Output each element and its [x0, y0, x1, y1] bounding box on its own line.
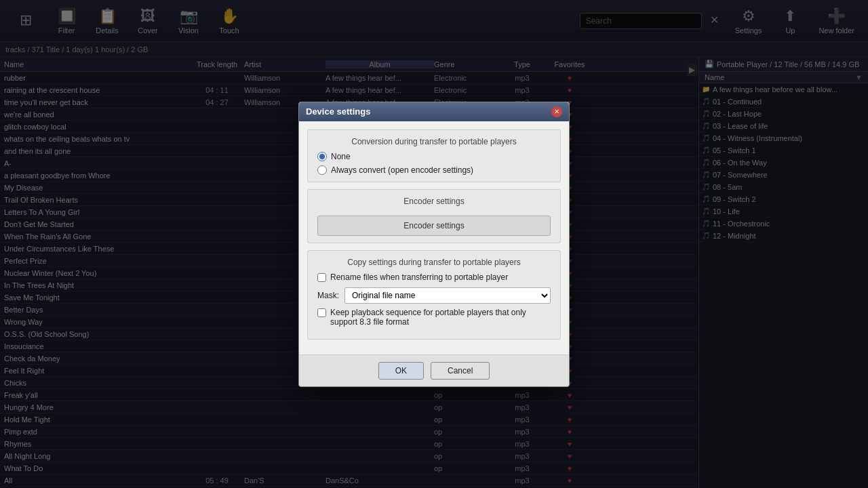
keep-checkbox-item: Keep playback sequence for portable play… [317, 308, 551, 327]
encoder-settings-button[interactable]: Encoder settings [317, 216, 551, 236]
mask-label: Mask: [317, 291, 339, 300]
modal-overlay: Device settings ✕ Conversion during tran… [0, 0, 868, 488]
encoder-section: Encoder settings Encoder settings [307, 189, 561, 243]
keep-checkbox[interactable] [317, 308, 326, 317]
copy-section-title: Copy settings during transfer to portabl… [317, 258, 551, 267]
dialog-titlebar: Device settings ✕ [299, 102, 569, 121]
radio-always-label[interactable]: Always convert (open encoder settings) [317, 165, 551, 175]
dialog-body: Conversion during transfer to portable p… [299, 121, 569, 354]
mask-select[interactable]: Original file name [344, 287, 551, 304]
keep-label: Keep playback sequence for portable play… [330, 308, 551, 327]
mask-row: Mask: Original file name [317, 287, 551, 304]
radio-none-input[interactable] [317, 152, 327, 161]
conversion-section-title: Conversion during transfer to portable p… [317, 137, 551, 146]
ok-button[interactable]: OK [378, 362, 424, 380]
dialog-title: Device settings [306, 106, 370, 117]
radio-always-text: Always convert (open encoder settings) [331, 165, 473, 175]
dialog-close-button[interactable]: ✕ [551, 106, 562, 117]
dialog-footer: OK Cancel [299, 354, 569, 386]
conversion-radio-group: None Always convert (open encoder settin… [317, 152, 551, 175]
device-settings-dialog: Device settings ✕ Conversion during tran… [298, 102, 570, 387]
rename-label: Rename files when transferring to portab… [330, 272, 508, 282]
rename-checkbox[interactable] [317, 273, 326, 282]
rename-checkbox-item: Rename files when transferring to portab… [317, 272, 551, 282]
encoder-section-title: Encoder settings [317, 197, 551, 206]
copy-section: Copy settings during transfer to portabl… [307, 250, 561, 340]
cancel-button[interactable]: Cancel [431, 362, 490, 380]
radio-none-label[interactable]: None [317, 152, 551, 161]
radio-none-text: None [331, 152, 351, 161]
conversion-section: Conversion during transfer to portable p… [307, 129, 561, 182]
radio-always-input[interactable] [317, 165, 327, 175]
